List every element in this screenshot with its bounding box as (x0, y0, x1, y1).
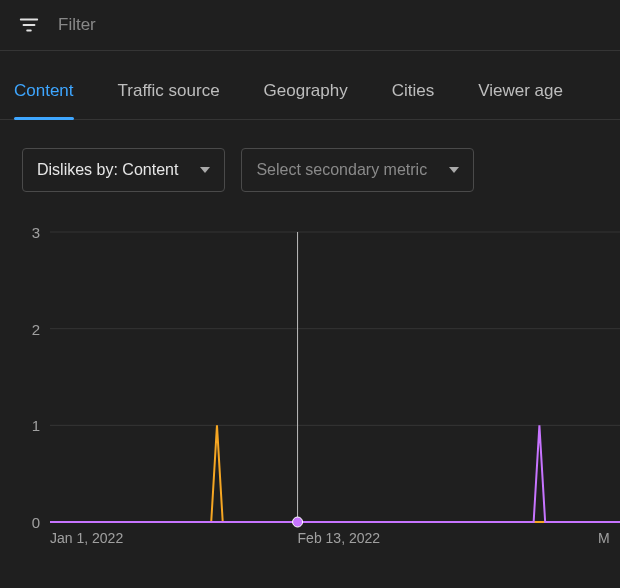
tab-viewer-age[interactable]: Viewer age (478, 71, 563, 119)
tab-content[interactable]: Content (14, 71, 74, 119)
primary-metric-label: Dislikes by: Content (37, 161, 178, 179)
x-axis-tick: Jan 1, 2022 (50, 530, 123, 546)
line-chart (0, 222, 620, 552)
primary-metric-dropdown[interactable]: Dislikes by: Content (22, 148, 225, 192)
filter-bar: Filter (0, 0, 620, 51)
svg-point-5 (293, 517, 303, 527)
tab-geography[interactable]: Geography (264, 71, 348, 119)
y-axis-tick: 2 (24, 320, 40, 337)
secondary-metric-label: Select secondary metric (256, 161, 427, 179)
filter-label[interactable]: Filter (58, 15, 96, 35)
x-axis-tick: Feb 13, 2022 (298, 530, 381, 546)
filter-icon[interactable] (18, 14, 40, 36)
tab-traffic-source[interactable]: Traffic source (118, 71, 220, 119)
chart-controls: Dislikes by: Content Select secondary me… (0, 120, 620, 202)
y-axis-tick: 1 (24, 417, 40, 434)
tabs-bar: ContentTraffic sourceGeographyCitiesView… (0, 51, 620, 120)
chevron-down-icon (200, 167, 210, 173)
chevron-down-icon (449, 167, 459, 173)
tab-cities[interactable]: Cities (392, 71, 435, 119)
y-axis-tick: 3 (24, 224, 40, 241)
secondary-metric-dropdown[interactable]: Select secondary metric (241, 148, 474, 192)
chart-area: 0123Jan 1, 2022Feb 13, 2022M (0, 202, 620, 552)
x-axis-tick: M (598, 530, 610, 546)
y-axis-tick: 0 (24, 514, 40, 531)
